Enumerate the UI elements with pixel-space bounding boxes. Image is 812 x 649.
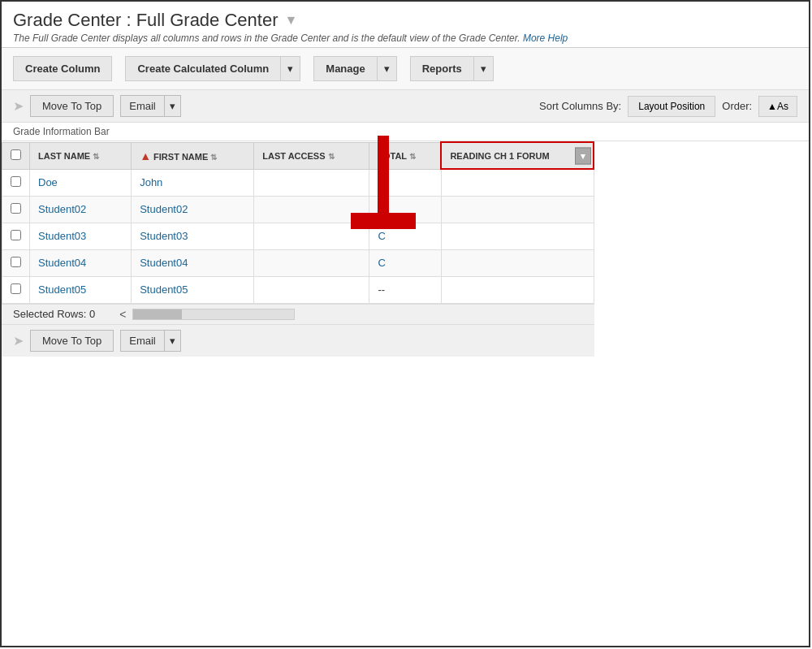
table-scroll-container: LAST NAME ⇅ ▲ FIRST NAME ⇅ LAST ACCESS ⇅ [2,141,594,304]
row-3-last-access [254,223,369,249]
grade-table: LAST NAME ⇅ ▲ FIRST NAME ⇅ LAST ACCESS ⇅ [2,141,594,304]
row-3-checkbox[interactable] [11,230,21,240]
email-dropdown-bottom[interactable]: ▾ [165,330,181,352]
email-dropdown-top[interactable]: ▾ [165,95,181,117]
row-3-total-link[interactable]: C [378,230,385,242]
table-row: Student02 Student02 A [2,196,594,223]
row-checkbox-cell [2,276,30,303]
th-last-name: LAST NAME ⇅ [30,142,132,169]
row-4-last-name: Student04 [30,249,132,276]
row-3-reading [441,223,594,249]
manage-button[interactable]: Manage [313,56,377,81]
create-calc-dropdown-icon[interactable]: ▾ [281,56,300,81]
page-header: Grade Center : Full Grade Center ▼ The F… [2,2,809,48]
total-sort-icon[interactable]: ⇅ [409,152,416,161]
row-3-last-name-link[interactable]: Student03 [38,230,86,242]
table-header-row: LAST NAME ⇅ ▲ FIRST NAME ⇅ LAST ACCESS ⇅ [2,142,594,169]
row-3-total: C [369,223,441,249]
create-column-button[interactable]: Create Column [13,56,112,81]
row-2-checkbox[interactable] [11,203,21,214]
title-text: Grade Center : Full Grade Center [13,10,278,31]
row-4-last-name-link[interactable]: Student04 [38,257,86,269]
horizontal-scrollbar[interactable] [132,309,295,320]
row-1-checkbox[interactable] [11,176,21,187]
row-5-first-name-link[interactable]: Student05 [140,283,188,296]
th-last-access: LAST ACCESS ⇅ [254,142,369,169]
reports-button[interactable]: Reports [410,56,474,81]
selected-rows-label: Selected Rows: 0 [13,308,95,320]
selected-rows-bar: Selected Rows: 0 < [2,304,594,324]
last-name-sort-icon[interactable]: ⇅ [93,152,99,161]
row-checkbox-cell [2,196,30,223]
row-checkbox-cell [2,249,30,276]
action-arrow-icon: ➤ [13,98,24,114]
row-5-last-access [254,276,369,303]
th-checkbox [2,142,30,169]
row-2-first-name: Student02 [132,196,254,223]
row-1-reading [441,169,594,196]
order-label: Order: [722,100,752,112]
grade-info-bar: Grade Information Bar [2,123,809,141]
row-1-last-name-link[interactable]: Doe [38,176,58,188]
manage-dropdown-icon[interactable]: ▾ [378,56,397,81]
create-calculated-button[interactable]: Create Calculated Column [125,56,281,81]
row-4-total-link[interactable]: C [378,257,385,269]
table-row: Doe John B [2,169,594,196]
order-button[interactable]: ▲As [758,96,797,117]
last-access-sort-icon[interactable]: ⇅ [328,152,335,161]
row-2-last-access [254,196,369,223]
page-title: Grade Center : Full Grade Center ▼ [13,10,797,31]
table-body: Doe John B Student02 Student02 [2,169,594,303]
th-total: TOTAL ⇅ [369,142,441,169]
scrollbar-thumb[interactable] [133,309,182,319]
row-5-first-name: Student05 [132,276,254,303]
first-name-up-arrow: ▲ [140,149,151,162]
row-5-last-name-link[interactable]: Student05 [38,283,86,296]
top-action-section: ➤ Move To Top Email ▾ Sort Columns By: L… [2,90,809,123]
row-4-first-name: Student04 [132,249,254,276]
th-reading-ch1: READING CH 1 FORUM ▾ [441,142,594,169]
row-4-last-access [254,249,369,276]
row-3-last-name: Student03 [30,223,132,249]
row-4-checkbox[interactable] [11,257,21,267]
row-checkbox-cell [2,169,30,196]
row-5-last-name: Student05 [30,276,132,303]
th-dropdown-btn[interactable]: ▾ [575,147,591,164]
table-row: Student04 Student04 C [2,249,594,276]
layout-position-button[interactable]: Layout Position [628,96,715,117]
row-5-reading [441,276,594,303]
row-checkbox-cell [2,223,30,249]
row-1-first-name: John [132,169,254,196]
first-name-sort-icon[interactable]: ⇅ [210,153,217,162]
email-button-bottom[interactable]: Email [120,330,165,352]
main-toolbar: Create Column Create Calculated Column ▾… [2,48,809,90]
row-1-total-link[interactable]: B [378,176,385,188]
table-row: Student03 Student03 C [2,223,594,249]
row-1-first-name-link[interactable]: John [140,176,162,188]
row-4-total: C [369,249,441,276]
row-2-first-name-link[interactable]: Student02 [140,203,188,215]
move-to-top-button-top[interactable]: Move To Top [30,95,114,117]
row-2-total: A [369,196,441,223]
bottom-action-bar: ➤ Move To Top Email ▾ [2,324,594,357]
action-sort-row: ➤ Move To Top Email ▾ Sort Columns By: L… [2,90,809,122]
more-help-link[interactable]: More Help [523,32,568,44]
row-4-first-name-link[interactable]: Student04 [140,257,188,269]
row-2-total-link[interactable]: A [378,203,385,215]
top-action-left: ➤ Move To Top Email ▾ [13,95,181,117]
title-dropdown-icon[interactable]: ▼ [284,13,297,28]
select-all-checkbox[interactable] [11,149,21,160]
scroll-left-btn[interactable]: < [119,308,126,321]
page-subtitle: The Full Grade Center displays all colum… [13,32,797,44]
row-2-last-name-link[interactable]: Student02 [38,203,86,215]
th-first-name: ▲ FIRST NAME ⇅ [132,142,254,169]
info-bar-text: Grade Information Bar [13,126,110,137]
row-5-checkbox[interactable] [11,283,21,294]
email-button-top[interactable]: Email [120,95,165,117]
row-1-last-access [254,169,369,196]
row-3-first-name-link[interactable]: Student03 [140,230,188,242]
row-4-reading [441,249,594,276]
reports-dropdown-icon[interactable]: ▾ [474,56,494,81]
row-1-total: B [369,169,441,196]
move-to-top-button-bottom[interactable]: Move To Top [30,330,114,352]
